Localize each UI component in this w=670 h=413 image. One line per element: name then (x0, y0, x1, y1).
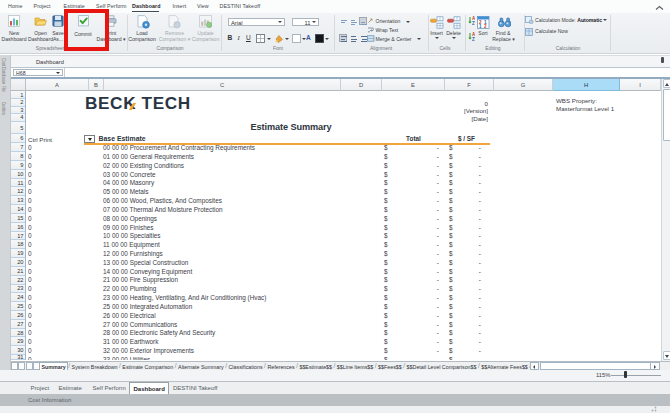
svg-text:1: 1 (479, 24, 482, 29)
svg-text:Z: Z (472, 21, 475, 26)
svg-text:Z: Z (472, 37, 475, 42)
svg-text:2: 2 (484, 24, 487, 29)
